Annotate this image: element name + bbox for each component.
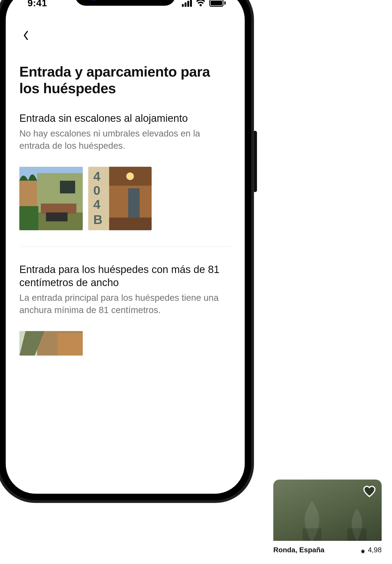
feature-photo[interactable] <box>19 167 83 230</box>
page-title: Entrada y aparcamiento para los huéspede… <box>19 63 231 97</box>
status-bar: 9:41 <box>6 0 245 16</box>
star-icon <box>360 547 366 553</box>
svg-rect-6 <box>46 213 68 222</box>
back-button[interactable] <box>20 29 32 41</box>
listing-rating: 4,98 <box>360 546 382 554</box>
plant-pot-icon <box>347 528 366 541</box>
svg-rect-5 <box>41 204 76 214</box>
svg-text:4: 4 <box>93 197 100 211</box>
feature-photo-row <box>19 331 231 356</box>
svg-rect-12 <box>128 189 140 218</box>
plant-pot-icon <box>302 528 321 541</box>
save-listing-button[interactable] <box>363 486 376 498</box>
heart-icon <box>363 486 376 498</box>
battery-icon <box>209 0 226 7</box>
listing-location: Ronda, España <box>273 546 324 554</box>
wifi-icon <box>196 0 206 7</box>
feature-photo[interactable] <box>19 331 83 356</box>
status-clock: 9:41 <box>27 0 47 8</box>
feature-heading: Entrada para los huéspedes con más de 81… <box>19 263 231 289</box>
listing-card[interactable]: Ronda, España 4,98 <box>273 480 382 554</box>
chevron-left-icon <box>23 30 29 41</box>
svg-rect-13 <box>109 218 152 231</box>
svg-text:0: 0 <box>93 183 100 198</box>
feature-heading: Entrada sin escalones al alojamiento <box>19 112 231 125</box>
svg-rect-4 <box>60 181 75 194</box>
feature-section-stepfree: Entrada sin escalones al alojamiento No … <box>19 112 231 231</box>
phone-screen: 9:41 Entrada y a <box>6 0 245 494</box>
listing-card-image <box>273 480 382 541</box>
feature-photo-row: 4 0 4 B <box>19 167 231 230</box>
svg-text:B: B <box>93 213 103 227</box>
entry-doorway-photo-icon: 4 0 4 B <box>88 167 152 230</box>
phone-device-frame: 9:41 Entrada y a <box>0 0 253 502</box>
svg-point-10 <box>126 172 134 180</box>
feature-description: La entrada principal para los huéspedes … <box>19 292 231 316</box>
feature-description: No hay escalones ni umbrales elevados en… <box>19 128 231 152</box>
section-divider <box>19 247 231 247</box>
cellular-signal-icon <box>182 0 192 7</box>
wide-entry-photo-icon <box>19 331 83 356</box>
house-exterior-photo-icon <box>19 167 83 230</box>
feature-section-wide-entry: Entrada para los huéspedes con más de 81… <box>19 263 231 356</box>
app-content: Entrada y aparcamiento para los huéspede… <box>6 16 245 494</box>
listing-rating-value: 4,98 <box>368 546 382 554</box>
power-button <box>253 131 257 192</box>
svg-rect-7 <box>19 206 38 231</box>
svg-text:4: 4 <box>93 169 100 184</box>
svg-rect-20 <box>57 333 83 356</box>
feature-photo[interactable]: 4 0 4 B <box>88 167 152 230</box>
listing-caption: Ronda, España 4,98 <box>273 546 382 554</box>
